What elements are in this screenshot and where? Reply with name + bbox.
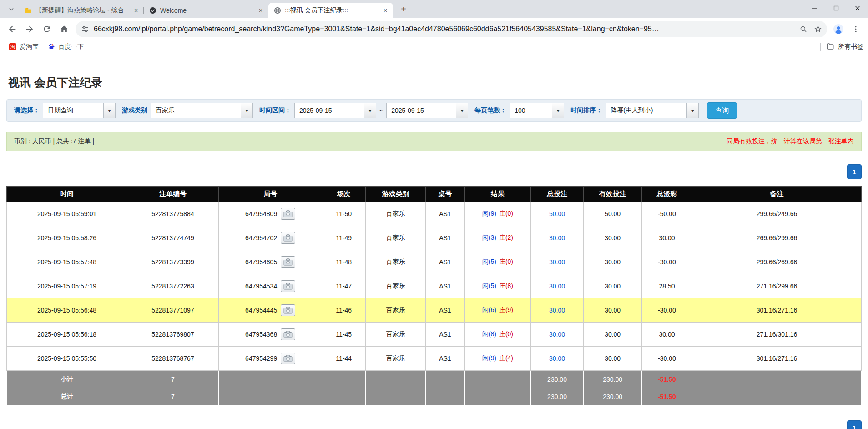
search-button[interactable]: 查询 [707, 102, 737, 119]
forum-favicon [25, 7, 32, 14]
camera-icon [283, 258, 293, 266]
new-tab-button[interactable]: + [397, 2, 410, 16]
cell-result: 闲(9)庄(4) [465, 347, 531, 371]
reload-icon [42, 25, 51, 34]
total-bet-link[interactable]: 30.00 [549, 331, 565, 338]
cell-bet-id: 522813772263 [127, 274, 218, 298]
bookmark-item[interactable]: 百度一下 [43, 41, 88, 53]
result-banker: 庄(9) [499, 306, 513, 313]
total-bet-link[interactable]: 50.00 [549, 210, 565, 217]
cell-valid-bet: 30.00 [584, 347, 642, 371]
column-header: 时间 [7, 187, 127, 202]
subtotal-row-cell [366, 371, 426, 388]
total-bet-link[interactable]: 30.00 [549, 234, 565, 242]
tab-strip: 【新提醒】海燕策略论坛 - 综合✕Welcome✕:::视讯 会员下注纪录:::… [0, 0, 868, 18]
reload-button[interactable] [38, 20, 56, 38]
cell-game-type: 百家乐 [366, 226, 426, 250]
chevron-down-icon[interactable]: ▾ [552, 103, 564, 118]
welcome-favicon [149, 7, 156, 14]
cell-time: 2025-09-15 05:57:48 [7, 250, 127, 274]
chevron-down-icon[interactable]: ▾ [456, 103, 468, 118]
tab-search-button[interactable] [5, 2, 18, 16]
page-size-value: 100 [510, 103, 552, 118]
bookmark-star-icon[interactable] [811, 22, 825, 36]
cell-result: 闲(6)庄(9) [465, 298, 531, 323]
filter-label-sort: 时间排序： [570, 106, 602, 115]
round-image-button[interactable] [281, 353, 295, 364]
cell-bet-id: 522813771097 [127, 298, 218, 323]
browser-tab[interactable]: Welcome✕ [144, 3, 268, 18]
back-button[interactable] [4, 20, 21, 38]
cell-note: 271.16/299.66 [692, 274, 861, 298]
cell-total-bet: 30.00 [530, 323, 583, 347]
date-from-dropdown[interactable]: 2025-09-15 ▾ [294, 103, 376, 118]
cell-result: 闲(8)庄(0) [465, 323, 531, 347]
menu-icon[interactable] [847, 20, 864, 38]
result-banker: 庄(0) [499, 210, 513, 217]
total-row-cell: 总计 [7, 388, 127, 405]
browser-tab[interactable]: :::视讯 会员下注纪录:::✕ [268, 3, 393, 18]
zoom-icon[interactable] [796, 22, 811, 36]
browser-tab[interactable]: 【新提醒】海燕策略论坛 - 综合✕ [19, 3, 144, 18]
summary-currency-total: 币别 : 人民币 | 总共 :7 注单 | [14, 137, 94, 146]
round-wrap: 647954605 [245, 256, 295, 268]
profile-avatar-icon[interactable] [830, 20, 847, 38]
round-wrap: 647954702 [245, 232, 295, 244]
chevron-down-icon[interactable]: ▾ [241, 103, 252, 118]
all-bookmarks-button[interactable]: 所有书签 [838, 43, 863, 51]
home-button[interactable] [56, 20, 73, 38]
url-field[interactable]: 66cxkj98.com/ipl/portal.php/game/betreco… [76, 21, 827, 37]
window-close-button[interactable] [847, 0, 868, 16]
maximize-button[interactable] [825, 0, 847, 16]
table-header-row: 时间注单编号局号场次游戏类别桌号结果总投注有效投注总派彩备注 [7, 187, 862, 202]
total-bet-link[interactable]: 30.00 [549, 355, 565, 362]
round-image-button[interactable] [281, 280, 295, 292]
back-arrow-icon [7, 24, 17, 34]
round-image-button[interactable] [281, 232, 295, 244]
round-number: 647954702 [245, 234, 277, 242]
sort-order-dropdown[interactable]: 降幂(由大到小) ▾ [606, 103, 699, 118]
round-image-button[interactable] [281, 304, 295, 316]
result-player: 闲(6) [482, 306, 496, 313]
round-number: 647954809 [245, 210, 277, 217]
camera-icon [283, 331, 293, 338]
chevron-down-icon[interactable]: ▾ [686, 103, 698, 118]
globe-favicon [274, 7, 281, 14]
round-image-button[interactable] [281, 328, 295, 340]
cell-time: 2025-09-15 05:59:01 [7, 202, 127, 226]
page-size-dropdown[interactable]: 100 ▾ [510, 103, 564, 118]
tab-close-icon[interactable]: ✕ [381, 6, 389, 15]
round-image-button[interactable] [281, 256, 295, 268]
camera-icon [283, 307, 293, 314]
total-bet-link[interactable]: 30.00 [549, 307, 565, 314]
tab-title: :::视讯 会员下注纪录::: [285, 6, 378, 15]
url-text[interactable]: 66cxkj98.com/ipl/portal.php/game/betreco… [94, 25, 796, 33]
cell-time: 2025-09-15 05:58:26 [7, 226, 127, 250]
page-1-button[interactable]: 1 [847, 164, 862, 179]
game-type-dropdown[interactable]: 百家乐 ▾ [151, 103, 253, 118]
cell-game-type: 百家乐 [366, 202, 426, 226]
total-row-cell: -51.50 [642, 388, 692, 405]
table-row: 2025-09-15 05:57:48522813773399647954605… [7, 250, 862, 274]
column-header: 有效投注 [584, 187, 642, 202]
tab-close-icon[interactable]: ✕ [257, 6, 265, 15]
result-player: 闲(9) [482, 210, 496, 217]
filter-bar: 请选择： 日期查询 ▾ 游戏类别 百家乐 ▾ 时间区间： 2025-09-15 … [6, 99, 862, 122]
cell-payout: 30.00 [642, 323, 692, 347]
chevron-down-icon[interactable]: ▾ [103, 103, 115, 118]
round-image-button[interactable] [281, 208, 295, 220]
tab-close-icon[interactable]: ✕ [132, 6, 140, 15]
date-to-dropdown[interactable]: 2025-09-15 ▾ [386, 103, 468, 118]
total-bet-link[interactable]: 30.00 [549, 258, 565, 266]
cell-time: 2025-09-15 05:57:19 [7, 274, 127, 298]
total-bet-link[interactable]: 30.00 [549, 283, 565, 290]
total-row-cell: 230.00 [530, 388, 583, 405]
forward-button[interactable] [21, 20, 38, 38]
subtotal-row-cell [465, 371, 531, 388]
site-settings-icon[interactable] [81, 22, 94, 36]
chevron-down-icon[interactable]: ▾ [364, 103, 376, 118]
minimize-button[interactable] [804, 0, 825, 16]
page-1-button[interactable]: 1 [847, 420, 862, 429]
bookmark-item[interactable]: 淘爱淘宝 [5, 41, 43, 53]
query-type-dropdown[interactable]: 日期查询 ▾ [43, 103, 116, 118]
